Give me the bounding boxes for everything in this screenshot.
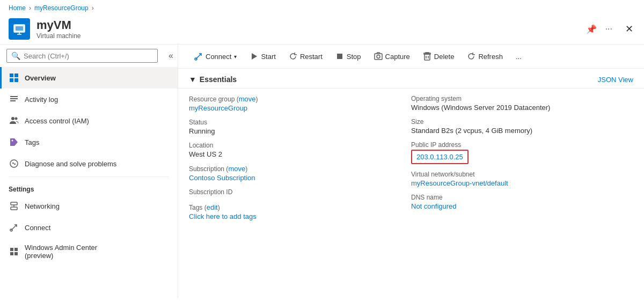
page-subtitle: Virtual machine xyxy=(36,32,81,40)
svg-rect-16 xyxy=(11,202,17,205)
resource-group-item: Resource group (move) myResourceGroup xyxy=(189,95,411,112)
close-icon[interactable]: ✕ xyxy=(623,21,635,37)
tags-edit-link[interactable]: edit xyxy=(207,203,218,211)
essentials-chevron-icon[interactable]: ▼ xyxy=(189,75,196,84)
sidebar-item-connect-label: Connect xyxy=(25,224,50,232)
content-area: Connect ▾ Start Restart Stop Capture xyxy=(178,45,644,298)
svg-rect-5 xyxy=(10,73,13,77)
dns-link[interactable]: Not configured xyxy=(411,202,457,210)
subscription-label: Subscription (move) xyxy=(189,165,411,173)
public-ip-label: Public IP address xyxy=(411,141,633,149)
breadcrumb-home[interactable]: Home xyxy=(9,4,26,12)
sidebar-item-connect[interactable]: Connect xyxy=(0,217,178,238)
essentials-right-col: Operating system Windows (Windows Server… xyxy=(411,95,633,227)
svg-rect-7 xyxy=(10,78,13,82)
vnet-item: Virtual network/subnet myResourceGroup-v… xyxy=(411,171,633,187)
svg-point-28 xyxy=(377,55,380,58)
dns-label: DNS name xyxy=(411,194,633,201)
sidebar-item-activity-log-label: Activity log xyxy=(25,95,58,104)
stop-button[interactable]: Stop xyxy=(330,49,367,64)
sidebar-item-tags-label: Tags xyxy=(25,138,39,146)
essentials-header: ▼ Essentials JSON View xyxy=(178,69,644,89)
toolbar: Connect ▾ Start Restart Stop Capture xyxy=(178,45,644,69)
sidebar-item-diagnose[interactable]: Diagnose and solve problems xyxy=(0,153,178,174)
pin-icon[interactable]: 📌 xyxy=(584,22,599,36)
sidebar-item-overview-label: Overview xyxy=(25,74,56,82)
page-header: myVM Virtual machine 📌 ··· ✕ xyxy=(0,16,644,45)
os-item: Operating system Windows (Windows Server… xyxy=(411,95,633,112)
status-label: Status xyxy=(189,119,411,126)
svg-rect-21 xyxy=(14,248,18,251)
breadcrumb: Home › myResourceGroup › xyxy=(0,0,644,16)
svg-rect-11 xyxy=(10,100,16,101)
svg-rect-9 xyxy=(10,96,18,97)
public-ip-highlight-box: 203.0.113.0.25 xyxy=(411,150,469,164)
capture-button[interactable]: Capture xyxy=(369,49,415,64)
sidebar-item-networking[interactable]: Networking xyxy=(0,195,178,217)
tags-icon xyxy=(9,137,19,148)
refresh-icon xyxy=(467,52,475,61)
sidebar-item-overview[interactable]: Overview xyxy=(0,67,178,89)
svg-rect-26 xyxy=(337,54,342,59)
svg-rect-8 xyxy=(14,78,18,82)
collapse-sidebar-button[interactable]: « xyxy=(164,49,178,63)
connect-toolbar-icon xyxy=(194,52,203,61)
subscription-move-link[interactable]: move xyxy=(228,165,245,173)
sidebar: 🔍 « Overview Activity log xyxy=(0,45,178,298)
breadcrumb-sep2: › xyxy=(92,4,94,12)
breadcrumb-resource-group[interactable]: myResourceGroup xyxy=(34,4,89,12)
delete-button[interactable]: Delete xyxy=(418,49,460,64)
search-bar[interactable]: 🔍 xyxy=(6,49,158,63)
start-icon xyxy=(250,52,258,61)
status-value: Running xyxy=(189,127,411,135)
svg-rect-30 xyxy=(426,53,429,53)
resource-group-move-link[interactable]: move xyxy=(239,95,256,103)
vnet-link[interactable]: myResourceGroup-vnet/default xyxy=(411,179,508,187)
vm-icon xyxy=(9,18,30,40)
sidebar-divider xyxy=(9,176,169,177)
sidebar-item-iam[interactable]: Access control (IAM) xyxy=(0,110,178,131)
svg-rect-31 xyxy=(425,54,430,60)
sidebar-item-tags[interactable]: Tags xyxy=(0,131,178,153)
sidebar-item-admin-label: Windows Admin Center (preview) xyxy=(25,244,97,260)
sidebar-item-diagnose-label: Diagnose and solve problems xyxy=(25,160,116,168)
more-options-button[interactable]: ... xyxy=(510,49,527,64)
diagnose-icon xyxy=(9,158,19,169)
header-more-icon[interactable]: ··· xyxy=(603,22,614,36)
refresh-button[interactable]: Refresh xyxy=(462,49,508,64)
essentials-grid: Resource group (move) myResourceGroup St… xyxy=(178,89,644,233)
search-input[interactable] xyxy=(24,52,153,60)
subscription-id-label: Subscription ID xyxy=(189,188,411,196)
settings-section-title: Settings xyxy=(0,179,178,195)
subscription-value: Contoso Subscription xyxy=(189,174,411,182)
tags-add-link[interactable]: Click here to add tags xyxy=(189,212,257,220)
svg-rect-27 xyxy=(375,54,382,60)
essentials-title-text: Essentials xyxy=(200,75,237,84)
sidebar-item-windows-admin[interactable]: Windows Admin Center (preview) xyxy=(0,238,178,265)
start-button[interactable]: Start xyxy=(244,49,281,64)
size-value: Standard B2s (2 vcpus, 4 GiB memory) xyxy=(411,127,633,135)
subscription-link[interactable]: Contoso Subscription xyxy=(189,174,255,182)
svg-point-14 xyxy=(12,140,13,142)
admin-icon xyxy=(9,246,19,257)
header-actions: 📌 ··· ✕ xyxy=(584,21,635,37)
connect-icon xyxy=(9,222,19,233)
dns-value: Not configured xyxy=(411,202,633,210)
svg-rect-22 xyxy=(10,252,13,255)
os-label: Operating system xyxy=(411,95,633,102)
tags-value: Click here to add tags xyxy=(189,212,411,220)
networking-icon xyxy=(9,201,19,211)
connect-button[interactable]: Connect ▾ xyxy=(189,49,242,64)
search-row: 🔍 « xyxy=(0,45,178,67)
public-ip-link[interactable]: 203.0.113.0.25 xyxy=(416,153,463,161)
resource-group-link[interactable]: myResourceGroup xyxy=(189,104,247,112)
activity-log-icon xyxy=(9,94,19,105)
svg-rect-4 xyxy=(16,26,23,31)
resource-group-value: myResourceGroup xyxy=(189,104,411,112)
sidebar-item-networking-label: Networking xyxy=(25,202,60,210)
json-view-link[interactable]: JSON View xyxy=(598,76,633,84)
restart-button[interactable]: Restart xyxy=(283,49,328,64)
sidebar-item-activity-log[interactable]: Activity log xyxy=(0,89,178,110)
status-item: Status Running xyxy=(189,119,411,135)
svg-rect-20 xyxy=(10,248,13,251)
